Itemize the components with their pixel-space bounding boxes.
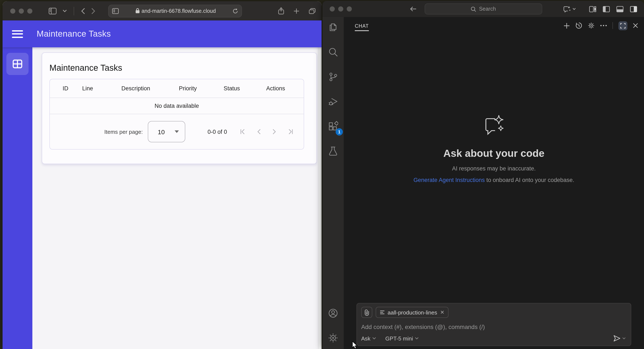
maintenance-card: Maintenance Tasks ID Line Description Pr… [42,53,317,164]
app-content: Maintenance Tasks ID Line Description Pr… [32,47,318,349]
chevron-down-icon [572,8,576,10]
vscode-titlebar: Search [322,1,644,17]
activity-search[interactable] [322,42,344,62]
maximize-panel-button[interactable] [618,21,628,30]
share-icon[interactable] [278,7,284,15]
browser-scrollbar[interactable] [318,47,322,349]
vscode-window: Search [322,1,644,349]
list-icon [380,310,384,314]
url-text[interactable]: and-martin-6678.flowfuse.cloud [119,8,232,14]
tab-overview-icon[interactable] [309,8,316,14]
mouse-cursor [352,341,358,349]
last-page-icon[interactable] [288,129,294,135]
grid-icon [12,59,22,69]
back-icon[interactable] [81,8,85,14]
column-header-id[interactable]: ID [50,85,82,92]
empty-state-title: Ask about your code [444,147,544,159]
attach-context-button[interactable] [361,307,372,318]
traffic-lights[interactable] [10,8,32,14]
search-icon [470,6,476,12]
close-window-button[interactable] [330,7,335,12]
next-page-icon[interactable] [272,129,276,135]
history-back-icon[interactable] [410,6,416,12]
column-header-status[interactable]: Status [224,85,266,92]
items-per-page-value: 10 [158,128,175,135]
sidebar-toggle-icon[interactable] [48,8,57,14]
activity-explorer[interactable] [322,17,344,38]
close-panel-icon[interactable] [633,23,638,28]
run-debug-icon [328,97,338,106]
extensions-badge: 1 [336,128,343,136]
activity-extensions[interactable]: 1 [322,116,344,136]
chat-input-box[interactable]: aall-production-lines ✕ Add context (#),… [356,303,631,346]
chat-empty-state: Ask about your code AI responses may be … [344,114,644,183]
chat-panel: CHAT Ask about your code AI responses ma… [344,17,644,349]
generate-agent-instructions-link[interactable]: Generate Agent Instructions [413,177,485,183]
page-range-text: 0-0 of 0 [208,129,227,135]
empty-state-link-line: Generate Agent Instructions to onboard A… [413,177,574,183]
mode-label: Ask [361,335,370,341]
more-actions-icon[interactable] [600,25,607,27]
link-suffix-text: to onboard AI onto your codebase. [485,177,574,183]
search-placeholder: Search [479,6,496,12]
send-icon[interactable] [613,335,620,342]
header-divider [612,22,613,29]
toggle-secondary-sidebar-icon[interactable] [630,6,637,12]
testing-icon [328,146,338,156]
command-center-search[interactable]: Search [424,4,542,15]
select-caret-icon [175,130,179,133]
mode-selector[interactable]: Ask [361,335,376,341]
new-tab-icon[interactable] [294,8,300,14]
activity-source-control[interactable] [322,67,344,87]
forward-icon[interactable] [91,8,96,14]
zoom-window-button[interactable] [27,8,32,14]
items-per-page-select[interactable]: 10 [148,121,185,142]
zoom-window-button[interactable] [347,7,352,12]
toggle-primary-sidebar-icon[interactable] [603,6,610,12]
sidebar-item-tasks[interactable] [6,53,28,75]
chevron-down-icon [372,337,376,340]
page-settings-icon[interactable] [112,8,119,14]
minimize-window-button[interactable] [19,8,24,14]
model-selector[interactable]: GPT-5 mini [385,335,418,341]
menu-icon[interactable] [12,28,23,40]
chat-history-icon[interactable] [576,22,582,29]
chevron-down-icon[interactable] [62,9,67,12]
context-chip-label: aall-production-lines [388,309,437,315]
previous-page-icon[interactable] [257,129,261,135]
activity-bar: 1 [322,17,344,349]
vscode-traffic-lights[interactable] [330,7,352,12]
table-footer: Items per page: 10 0-0 of 0 [50,114,304,149]
paperclip-icon [364,309,369,315]
column-header-priority[interactable]: Priority [179,85,224,92]
close-window-button[interactable] [10,8,15,14]
column-header-actions[interactable]: Actions [266,85,304,92]
chevron-down-icon[interactable] [622,337,626,340]
activity-testing[interactable] [322,141,344,161]
items-per-page-label: Items per page: [104,129,143,135]
activity-run-debug[interactable] [322,91,344,112]
activity-settings[interactable] [322,328,344,348]
tab-chat[interactable]: CHAT [355,18,369,33]
column-header-line[interactable]: Line [82,85,122,92]
activity-account[interactable] [322,303,344,323]
column-header-description[interactable]: Description [122,85,179,92]
minimize-window-button[interactable] [338,7,343,12]
new-chat-icon[interactable] [564,22,570,29]
desktop: and-martin-6678.flowfuse.cloud Maintenan… [0,0,644,349]
send-button-group[interactable] [613,335,626,342]
chat-settings-icon[interactable] [588,22,594,29]
lock-icon [136,8,140,13]
browser-toolbar: and-martin-6678.flowfuse.cloud [2,1,322,21]
copilot-menu[interactable] [563,5,576,13]
customize-layout-icon[interactable] [589,6,596,12]
address-bar[interactable]: and-martin-6678.flowfuse.cloud [108,5,242,18]
chat-input-placeholder[interactable]: Add context (#), extensions (@), command… [361,323,626,330]
toggle-panel-icon[interactable] [616,6,624,12]
first-page-icon[interactable] [240,129,246,135]
remove-context-icon[interactable]: ✕ [440,309,444,315]
toolbar-divider [74,7,74,15]
reload-icon[interactable] [232,8,238,14]
context-chip[interactable]: aall-production-lines ✕ [376,307,449,318]
chat-panel-header: CHAT [344,17,644,34]
